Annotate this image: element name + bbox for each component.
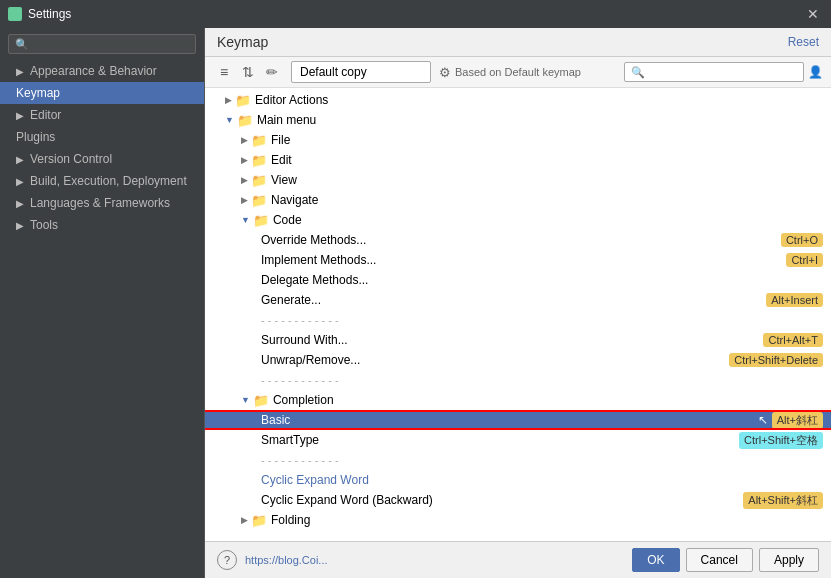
collapse-arrow-icon: ▶: [241, 175, 248, 185]
tree-row[interactable]: ▶ 📁 Folding: [205, 510, 831, 530]
edit-button[interactable]: ✏: [261, 61, 283, 83]
expand-arrow-icon: ▼: [225, 115, 234, 125]
keymap-based-on: ⚙ Based on Default keymap: [439, 65, 581, 80]
tree-row[interactable]: ▶ 📁 Editor Actions: [205, 90, 831, 110]
tree-row[interactable]: Unwrap/Remove... Ctrl+Shift+Delete: [205, 350, 831, 370]
mouse-cursor-icon: ↖: [758, 413, 768, 427]
tree-row[interactable]: ▶ 📁 Edit: [205, 150, 831, 170]
ok-button[interactable]: OK: [632, 548, 679, 572]
shortcut-badge: Ctrl+O: [781, 233, 823, 247]
apply-button[interactable]: Apply: [759, 548, 819, 572]
separator-text: - - - - - - - - - - - -: [261, 452, 339, 468]
tree-label: File: [271, 133, 823, 147]
sidebar-item-languages[interactable]: ▶ Languages & Frameworks: [0, 192, 204, 214]
filter-input[interactable]: [624, 62, 804, 82]
tree-separator: - - - - - - - - - - - -: [205, 310, 831, 330]
tree-row-content: Override Methods... Ctrl+O: [261, 233, 823, 247]
url-hint: https://blog.Coi...: [245, 554, 328, 566]
tree-row[interactable]: ▶ 📁 View: [205, 170, 831, 190]
tree-row[interactable]: Cyclic Expand Word (Backward) Alt+Shift+…: [205, 490, 831, 510]
collapse-arrow-icon: ▶: [241, 195, 248, 205]
folder-icon: 📁: [251, 173, 267, 188]
title-bar: Settings ✕: [0, 0, 831, 28]
toolbar: ≡ ⇅ ✏: [213, 61, 283, 83]
footer-left: ? https://blog.Coi...: [217, 550, 328, 570]
sidebar-item-label: Editor: [30, 108, 61, 122]
tree-row[interactable]: ▶ 📁 File: [205, 130, 831, 150]
tree-row-cyclic-expand[interactable]: Cyclic Expand Word: [205, 470, 831, 490]
main-content: ▶ Appearance & Behavior Keymap ▶ Editor …: [0, 28, 831, 578]
shortcut-badge: Alt+斜杠: [772, 412, 823, 429]
tree-row-content: ▶ 📁 Editor Actions: [225, 93, 823, 108]
tree-label: Generate...: [261, 293, 766, 307]
separator-text: - - - - - - - - - - - -: [225, 532, 303, 541]
shortcut-badge: Alt+Insert: [766, 293, 823, 307]
tree-label: Navigate: [271, 193, 823, 207]
keymap-select[interactable]: Default copy: [291, 61, 431, 83]
tree-row-content: ▶ 📁 File: [241, 133, 823, 148]
expand-all-button[interactable]: ≡: [213, 61, 235, 83]
arrow-icon: ▶: [16, 220, 24, 231]
sidebar-item-editor[interactable]: ▶ Editor: [0, 104, 204, 126]
collapse-arrow-icon: ▶: [241, 155, 248, 165]
arrow-icon: ▶: [16, 154, 24, 165]
tree-label: Delegate Methods...: [261, 273, 823, 287]
sidebar-item-label: Plugins: [16, 130, 55, 144]
tree-row[interactable]: SmartType Ctrl+Shift+空格: [205, 430, 831, 450]
folder-icon: 📁: [251, 193, 267, 208]
sidebar-item-tools[interactable]: ▶ Tools: [0, 214, 204, 236]
tree-label: View: [271, 173, 823, 187]
tree-row[interactable]: ▼ 📁 Code: [205, 210, 831, 230]
tree-label: Edit: [271, 153, 823, 167]
tree-row[interactable]: ▶ 📁 Navigate: [205, 190, 831, 210]
sidebar-item-version-control[interactable]: ▶ Version Control: [0, 148, 204, 170]
tree-row[interactable]: Surround With... Ctrl+Alt+T: [205, 330, 831, 350]
based-on-label: Based on Default keymap: [455, 66, 581, 78]
tree-row[interactable]: ▼ 📁 Completion: [205, 390, 831, 410]
tree-label: Override Methods...: [261, 233, 781, 247]
tree-row-content: SmartType Ctrl+Shift+空格: [261, 432, 823, 449]
settings-icon: [8, 7, 22, 21]
tree-separator: - - - - - - - - - - - -: [205, 450, 831, 470]
folder-icon: 📁: [251, 513, 267, 528]
footer: ? https://blog.Coi... OK Cancel Apply: [205, 541, 831, 578]
shortcut-badge: Ctrl+Shift+Delete: [729, 353, 823, 367]
footer-right: OK Cancel Apply: [632, 548, 819, 572]
collapse-all-button[interactable]: ⇅: [237, 61, 259, 83]
sidebar-item-build[interactable]: ▶ Build, Execution, Deployment: [0, 170, 204, 192]
tree-row-content: ▶ 📁 Folding: [241, 513, 823, 528]
sidebar-item-appearance[interactable]: ▶ Appearance & Behavior: [0, 60, 204, 82]
tree-row-content: Unwrap/Remove... Ctrl+Shift+Delete: [261, 353, 823, 367]
tree-row-content: ▶ 📁 Navigate: [241, 193, 823, 208]
tree-row[interactable]: Delegate Methods...: [205, 270, 831, 290]
tree-row[interactable]: Override Methods... Ctrl+O: [205, 230, 831, 250]
tree-label: Basic: [261, 413, 758, 427]
folder-icon: 📁: [251, 133, 267, 148]
tree-row-basic[interactable]: Basic ↖ Alt+斜杠: [205, 410, 831, 430]
tree-label: Editor Actions: [255, 93, 823, 107]
keymap-controls: ≡ ⇅ ✏ Default copy ⚙ Based on Default ke…: [205, 57, 831, 88]
tree-row[interactable]: Implement Methods... Ctrl+I: [205, 250, 831, 270]
tree-label: Cyclic Expand Word: [261, 473, 823, 487]
close-button[interactable]: ✕: [803, 6, 823, 22]
sidebar-item-plugins[interactable]: Plugins: [0, 126, 204, 148]
gear-icon: ⚙: [439, 65, 451, 80]
tree-row-content: Cyclic Expand Word (Backward) Alt+Shift+…: [261, 492, 823, 509]
keymap-select-container: Default copy: [291, 61, 431, 83]
search-filter: 👤: [624, 62, 823, 82]
shortcut-badge: Ctrl+I: [786, 253, 823, 267]
help-button[interactable]: ?: [217, 550, 237, 570]
tree-row[interactable]: Generate... Alt+Insert: [205, 290, 831, 310]
separator-text: - - - - - - - - - - - -: [261, 372, 339, 388]
sidebar: ▶ Appearance & Behavior Keymap ▶ Editor …: [0, 28, 205, 578]
tree-row-content: Surround With... Ctrl+Alt+T: [261, 333, 823, 347]
folder-icon: 📁: [235, 93, 251, 108]
tree-row-content: ▼ 📁 Main menu: [225, 113, 823, 128]
sidebar-search-input[interactable]: [8, 34, 196, 54]
tree-row[interactable]: ▼ 📁 Main menu: [205, 110, 831, 130]
reset-button[interactable]: Reset: [788, 35, 819, 49]
cancel-button[interactable]: Cancel: [686, 548, 753, 572]
sidebar-item-keymap[interactable]: Keymap: [0, 82, 204, 104]
tree-label: Surround With...: [261, 333, 763, 347]
tree-container[interactable]: ▶ 📁 Editor Actions ▼ 📁 Main menu ▶ 📁: [205, 88, 831, 541]
